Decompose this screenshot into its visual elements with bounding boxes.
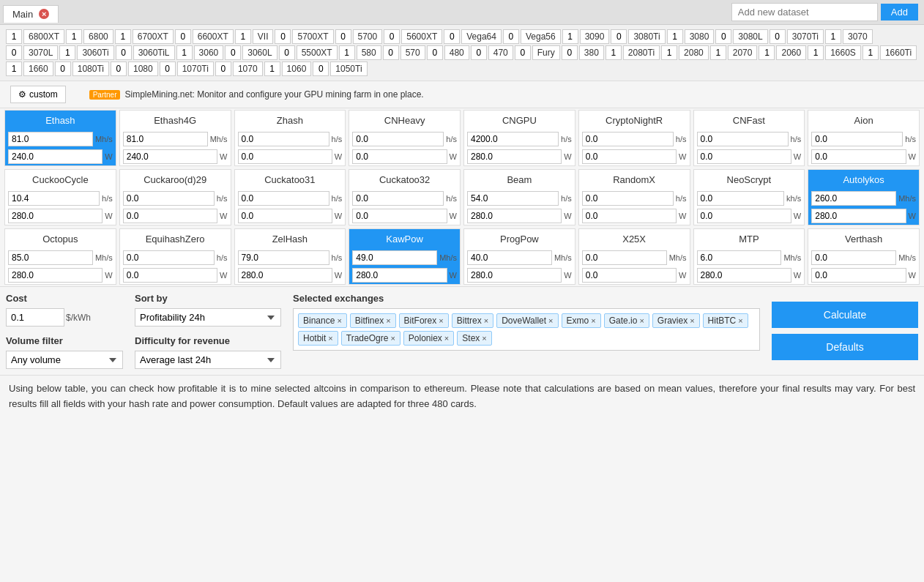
algo-header[interactable]: Cuckatoo31 (235, 170, 346, 190)
gpu-count-input[interactable] (59, 45, 75, 60)
gpu-count-input[interactable] (279, 45, 295, 60)
exchange-tag-remove[interactable]: × (639, 316, 644, 325)
difficulty-select[interactable]: Average last 24hCurrentAverage last 1h (135, 351, 281, 369)
algo-header[interactable]: Zhash (235, 111, 346, 130)
algo-power-input[interactable] (238, 268, 332, 283)
algo-card[interactable]: Verthash Mh/s W (808, 228, 920, 285)
algo-card[interactable]: CryptoNightR h/s W (578, 110, 690, 166)
gpu-count-input[interactable] (335, 29, 351, 44)
algo-power-input[interactable] (467, 149, 562, 164)
algo-power-input[interactable] (352, 268, 447, 283)
algo-card[interactable]: KawPow Mh/s W (349, 228, 461, 285)
add-dataset-input[interactable] (731, 3, 878, 21)
algo-header[interactable]: Beam (464, 170, 575, 190)
algo-power-input[interactable] (467, 209, 562, 223)
algo-hashrate-input[interactable] (582, 191, 674, 206)
gpu-count-input[interactable] (862, 45, 879, 60)
algo-power-input[interactable] (582, 268, 677, 283)
algo-header[interactable]: Cuckatoo32 (349, 170, 460, 190)
algo-header[interactable]: Cuckaroo(d)29 (120, 170, 231, 190)
algo-card[interactable]: MTP Mh/s W (693, 228, 805, 285)
gpu-count-input[interactable] (235, 29, 251, 44)
gpu-count-input[interactable] (264, 61, 280, 76)
algo-header[interactable]: RandomX (579, 170, 690, 190)
algo-card[interactable]: Ethash4G Mh/s W (119, 110, 231, 166)
gpu-count-input[interactable] (562, 29, 578, 44)
algo-card[interactable]: X25X Mh/s W (578, 228, 690, 285)
calculate-button[interactable]: Calculate (772, 302, 918, 328)
algo-hashrate-input[interactable] (352, 132, 444, 146)
custom-button[interactable]: ⚙ custom (10, 86, 66, 103)
gpu-count-input[interactable] (225, 45, 241, 60)
gpu-count-input[interactable] (825, 29, 841, 44)
algo-card[interactable]: Aion h/s W (808, 110, 920, 166)
gpu-count-input[interactable] (715, 29, 731, 44)
exchange-tag-remove[interactable]: × (738, 316, 742, 325)
algo-header[interactable]: CNGPU (464, 111, 575, 130)
algo-hashrate-input[interactable] (582, 250, 667, 265)
algo-hashrate-input[interactable] (467, 132, 559, 146)
algo-card[interactable]: CNFast h/s W (693, 110, 805, 166)
algo-hashrate-input[interactable] (582, 132, 674, 146)
gpu-count-input[interactable] (6, 45, 22, 60)
algo-hashrate-input[interactable] (8, 250, 93, 265)
gpu-count-input[interactable] (66, 29, 82, 44)
algo-header[interactable]: Aion (808, 111, 919, 130)
algo-header[interactable]: Verthash (808, 229, 919, 249)
algo-power-input[interactable] (123, 209, 217, 223)
exchange-tag-remove[interactable]: × (690, 316, 694, 325)
algo-card[interactable]: Ethash Mh/s W (4, 110, 116, 166)
algo-hashrate-input[interactable] (352, 250, 437, 265)
add-dataset-button[interactable]: Add (881, 4, 918, 20)
algo-card[interactable]: Cuckaroo(d)29 h/s W (119, 169, 231, 225)
algo-card[interactable]: Cuckatoo32 h/s W (349, 169, 461, 225)
algo-power-input[interactable] (697, 149, 791, 164)
algo-power-input[interactable] (352, 209, 447, 223)
gpu-count-input[interactable] (160, 61, 176, 76)
algo-hashrate-input[interactable] (238, 132, 329, 146)
gpu-count-input[interactable] (6, 61, 22, 76)
exchange-tag-remove[interactable]: × (548, 316, 553, 325)
defaults-button[interactable]: Defaults (772, 334, 918, 360)
algo-hashrate-input[interactable] (467, 250, 552, 265)
algo-hashrate-input[interactable] (467, 191, 559, 206)
algo-card[interactable]: Cuckatoo31 h/s W (234, 169, 346, 225)
algo-hashrate-input[interactable] (123, 132, 208, 146)
algo-power-input[interactable] (697, 268, 791, 283)
algo-header[interactable]: EquihashZero (120, 229, 231, 249)
gpu-count-input[interactable] (176, 45, 193, 60)
exchange-tag-remove[interactable]: × (390, 334, 395, 343)
gpu-count-input[interactable] (759, 45, 775, 60)
algo-hashrate-input[interactable] (123, 191, 215, 206)
gpu-count-input[interactable] (175, 29, 191, 44)
algo-power-input[interactable] (8, 209, 103, 223)
exchange-tag-remove[interactable]: × (439, 316, 443, 325)
exchange-tag-remove[interactable]: × (337, 316, 341, 325)
gpu-count-input[interactable] (116, 45, 132, 60)
exchange-tag-remove[interactable]: × (386, 316, 390, 325)
algo-power-input[interactable] (811, 209, 906, 223)
algo-hashrate-input[interactable] (8, 191, 100, 206)
algo-hashrate-input[interactable] (123, 250, 215, 265)
volume-select[interactable]: Any volumeHighMediumLow (6, 351, 123, 369)
gpu-count-input[interactable] (383, 45, 399, 60)
algo-hashrate-input[interactable] (811, 191, 896, 206)
algo-header[interactable]: KawPow (349, 229, 460, 249)
algo-card[interactable]: Autolykos Mh/s W (808, 169, 920, 225)
exchange-tag-remove[interactable]: × (444, 334, 449, 343)
gpu-count-input[interactable] (611, 29, 627, 44)
algo-header[interactable]: Autolykos (808, 170, 919, 190)
algo-hashrate-input[interactable] (697, 132, 789, 146)
exchange-tag-remove[interactable]: × (484, 316, 488, 325)
algo-power-input[interactable] (123, 149, 217, 164)
gpu-count-input[interactable] (606, 45, 622, 60)
main-tab[interactable]: Main × (3, 5, 59, 23)
algo-card[interactable]: RandomX h/s W (578, 169, 690, 225)
algo-power-input[interactable] (811, 268, 906, 283)
algo-power-input[interactable] (238, 209, 332, 223)
algo-hashrate-input[interactable] (697, 191, 785, 206)
algo-power-input[interactable] (467, 268, 562, 283)
algo-power-input[interactable] (8, 268, 103, 283)
algo-header[interactable]: X25X (579, 229, 690, 249)
algo-card[interactable]: Octopus Mh/s W (4, 228, 116, 285)
